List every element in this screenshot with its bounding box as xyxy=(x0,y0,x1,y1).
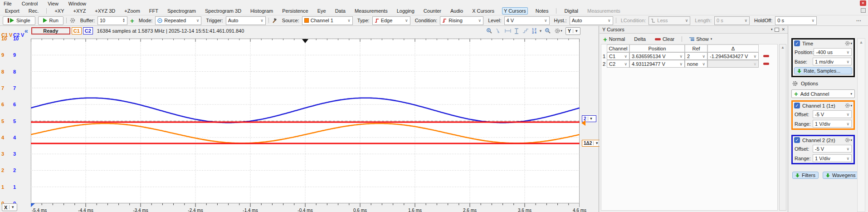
cursor1-ref-dropdown[interactable]: 2 ∨ xyxy=(685,52,707,60)
time-gear-icon[interactable]: ▾ xyxy=(844,40,852,46)
type-dropdown[interactable]: Edge ∨ xyxy=(372,16,410,25)
tab-notes[interactable]: Notes xyxy=(534,8,550,14)
tab-spectrogram[interactable]: Spectrogram xyxy=(166,8,197,14)
single-button[interactable]: Single xyxy=(3,16,35,25)
tab-histogram[interactable]: Histogram xyxy=(249,8,274,14)
sidebar-scrollbar[interactable]: ▲ xyxy=(857,38,865,212)
cursor2-position-dropdown[interactable]: 4.931129477 V ∨ xyxy=(629,60,685,68)
tab-audio[interactable]: Audio xyxy=(449,8,464,14)
show-menu-button[interactable]: Show ▾ xyxy=(688,36,714,42)
close-panel-icon[interactable]: ✕ xyxy=(781,27,785,32)
panel-splitter[interactable] xyxy=(599,26,599,212)
rate-samples-button[interactable]: Rate, Samples... xyxy=(794,67,852,74)
channel2-range-dropdown[interactable]: 1 V/div ∨ xyxy=(813,154,852,162)
cursor1-delta-dropdown[interactable]: -1.2945343427 V ∨ xyxy=(707,52,759,60)
time-checkbox[interactable]: ✓ xyxy=(794,40,800,46)
tab-fft[interactable]: FFT xyxy=(148,8,160,14)
collapse-chevron-icon[interactable]: « xyxy=(24,27,28,35)
time-position-dropdown[interactable]: -400 us ∨ xyxy=(814,48,852,56)
float-panel-icon[interactable] xyxy=(775,28,779,32)
menu-file[interactable]: File xyxy=(4,1,12,6)
zoom-in-icon[interactable] xyxy=(486,28,493,34)
trigger-dropdown[interactable]: Auto ∨ xyxy=(226,16,266,25)
channel1-offset-dropdown[interactable]: -5 V ∨ xyxy=(813,110,852,118)
buffer-stepper[interactable]: 10 ▲▼ xyxy=(98,16,127,25)
time-ruler[interactable] xyxy=(31,203,580,207)
source-dropdown[interactable]: Channel 1 ∨ xyxy=(302,16,353,25)
filters-button[interactable]: Filters xyxy=(792,172,819,179)
tab-persistence[interactable]: Persistence xyxy=(281,8,309,14)
channel1-checkbox[interactable]: ✓ xyxy=(794,103,800,108)
hysteresis-dropdown[interactable]: Auto ∨ xyxy=(570,16,613,25)
time-base-dropdown[interactable]: 1 ms/div ∨ xyxy=(813,58,852,65)
add-icon[interactable]: + xyxy=(130,17,134,25)
chevron-down-icon[interactable]: ▾ xyxy=(540,29,542,33)
remove-cursor1-button[interactable] xyxy=(761,54,771,58)
pointer-measure-icon[interactable] xyxy=(496,28,502,34)
y-axis-selector[interactable]: Y ▼ xyxy=(566,27,580,35)
y-tick-label: 10 xyxy=(13,36,19,41)
channel1-range-dropdown[interactable]: 1 V/div ∨ xyxy=(813,120,852,128)
x-axis-selector[interactable]: X ▼ xyxy=(2,203,17,211)
menu-control[interactable]: Control xyxy=(22,1,38,6)
mode-dropdown[interactable]: Repeated ∨ xyxy=(155,16,201,25)
tab-xy[interactable]: +XY xyxy=(53,8,65,14)
cursor2-channel-dropdown[interactable]: C2 ∨ xyxy=(607,60,629,68)
channel1-badge[interactable]: C1 xyxy=(72,27,82,35)
tab-rec[interactable]: Rec. xyxy=(27,8,40,14)
wavegens-button[interactable]: Wavegens xyxy=(823,172,859,179)
dock-icon[interactable] xyxy=(861,8,866,13)
tab-y-cursors[interactable]: Y Cursors xyxy=(502,7,528,15)
plot-gear-icon[interactable]: ▾ xyxy=(554,28,562,34)
tab-counter[interactable]: Counter xyxy=(422,8,443,14)
channel-offset-marker-icon[interactable] xyxy=(581,120,585,126)
tab-data[interactable]: Data xyxy=(334,8,347,14)
buffer-gear-icon[interactable] xyxy=(69,17,76,24)
tab-measurements[interactable]: Measurements xyxy=(353,8,389,14)
measure-horizontal-icon[interactable] xyxy=(505,29,511,34)
y-cursors-scrollbar[interactable]: ▲ xyxy=(779,44,786,211)
tab-xyz[interactable]: +XYZ xyxy=(72,8,88,14)
add-channel-button[interactable]: + Add Channel ▾ xyxy=(791,89,855,98)
hysteresis-value: Auto xyxy=(572,18,606,23)
menu-view[interactable]: View xyxy=(48,1,59,6)
cursor1-position-dropdown[interactable]: 3.636595134 V ∨ xyxy=(629,52,685,60)
stepper-arrows-icon[interactable]: ▲▼ xyxy=(122,18,125,23)
channel1-gear-icon[interactable]: ▾ xyxy=(844,103,852,108)
measure-steps-icon[interactable] xyxy=(522,29,529,34)
channel2-checkbox[interactable]: ✓ xyxy=(794,137,800,143)
channel2-gear-icon[interactable]: ▾ xyxy=(844,137,852,143)
cursor1-channel-dropdown[interactable]: C1 ∨ xyxy=(607,52,629,60)
menu-window[interactable]: Window xyxy=(68,1,86,6)
toolbar-overflow-icon[interactable]: ⋯ xyxy=(856,18,865,24)
chevron-down-icon: ∨ xyxy=(812,18,815,23)
remove-cursor2-button[interactable] xyxy=(761,62,771,65)
waveform-grid[interactable] xyxy=(31,39,580,203)
tab-eye[interactable]: Eye xyxy=(316,8,327,14)
tab-export[interactable]: Export xyxy=(4,8,21,14)
y-cursors-titlebar[interactable]: Y Cursors ▾ ✕ xyxy=(600,26,788,34)
zoom-fit-icon[interactable] xyxy=(545,28,551,34)
level-dropdown[interactable]: 4 V ∨ xyxy=(504,16,550,25)
options-button[interactable]: Options xyxy=(792,80,818,87)
condition-dropdown[interactable]: Rising ∨ xyxy=(440,16,483,25)
tab-zoom[interactable]: +Zoom xyxy=(123,8,141,14)
channel2-badge[interactable]: C2 xyxy=(83,27,93,35)
holdoff-dropdown[interactable]: 0 s ∨ xyxy=(775,16,817,25)
measure-vertical-icon[interactable] xyxy=(514,28,519,34)
tab-logging[interactable]: Logging xyxy=(395,8,416,14)
cursor2-ref-dropdown[interactable]: none ∨ xyxy=(685,60,707,68)
channel2-offset-dropdown[interactable]: -5 V ∨ xyxy=(813,145,852,153)
add-normal-cursor-button[interactable]: + Normal xyxy=(601,35,627,44)
hammer-icon[interactable] xyxy=(272,17,278,24)
close-icon[interactable]: ✕ xyxy=(860,0,866,6)
tab-x-cursors[interactable]: X Cursors xyxy=(471,8,496,14)
tab-spectrogram3d[interactable]: Spectrogram 3D xyxy=(204,8,243,14)
clear-cursors-button[interactable]: Clear xyxy=(653,36,676,42)
panel-menu-icon[interactable]: ▾ xyxy=(771,28,773,31)
tab-xyz3d[interactable]: +XYZ 3D xyxy=(93,8,117,14)
tab-digital[interactable]: Digital xyxy=(563,8,580,14)
quad-view-icon[interactable]: 1 23 4 xyxy=(532,28,536,34)
run-button[interactable]: Run xyxy=(38,16,63,25)
add-delta-cursor-button[interactable]: Delta xyxy=(632,36,648,42)
